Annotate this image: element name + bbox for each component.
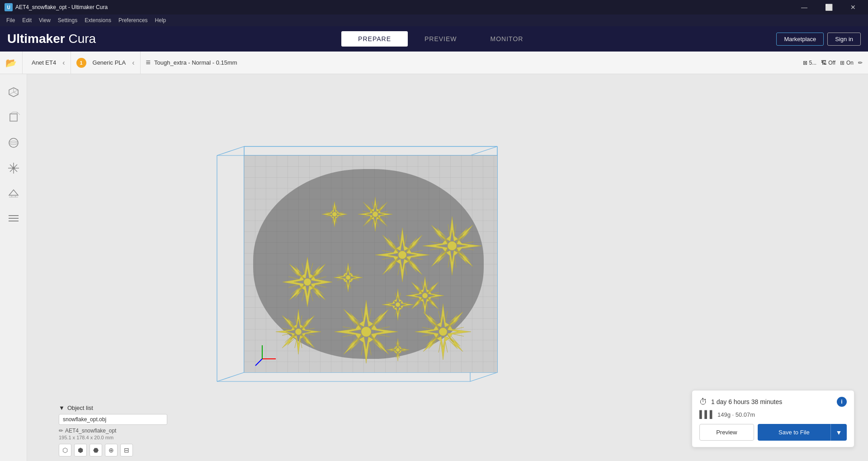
svg-marker-97 (382, 301, 395, 309)
printer-chevron-icon[interactable]: ‹ (62, 59, 65, 67)
marketplace-button[interactable]: Marketplace (776, 33, 824, 46)
logo-text: Ultimaker Cura (7, 32, 96, 46)
infill-setting[interactable]: ⊠ 5... (803, 60, 817, 66)
settings-pen-icon[interactable]: ✏ (858, 60, 863, 66)
svg-marker-104 (411, 282, 423, 293)
tab-monitor[interactable]: MONITOR (474, 31, 540, 47)
main-area: .sf { fill: #d4c84a; stroke: #b8a830; st… (0, 74, 868, 461)
object-file-name: snowflake_opt.obj (59, 414, 167, 425)
svg-marker-32 (406, 249, 429, 261)
svg-marker-44 (431, 225, 448, 243)
menu-settings[interactable]: Settings (54, 16, 81, 24)
close-button[interactable]: ✕ (843, 0, 863, 14)
svg-marker-74 (335, 325, 361, 339)
infill-value: 5... (809, 60, 817, 66)
profile-name: Tough_extra - Normal - 0.15mm (154, 59, 237, 66)
object-action-5[interactable]: ⊟ (120, 444, 133, 456)
object-action-3[interactable]: ⬣ (90, 444, 102, 456)
sidebar-tool-5[interactable] (5, 184, 23, 202)
svg-marker-30 (396, 228, 409, 251)
svg-marker-72 (359, 337, 373, 363)
svg-marker-64 (302, 326, 321, 337)
svg-marker-27 (311, 286, 326, 300)
svg-marker-103 (427, 282, 439, 293)
material-chevron-icon[interactable]: ‹ (132, 59, 134, 67)
object-action-4[interactable]: ⊕ (105, 444, 118, 456)
sidebar (0, 74, 27, 461)
svg-marker-28 (289, 286, 304, 300)
svg-marker-24 (283, 275, 304, 289)
svg-marker-42 (423, 240, 448, 252)
adhesion-setting[interactable]: ⊞ On (840, 60, 854, 66)
svg-marker-57 (377, 202, 387, 212)
svg-marker-81 (437, 336, 449, 360)
svg-marker-43 (456, 225, 473, 243)
material-badge: 1 (76, 58, 86, 68)
tab-prepare[interactable]: PREPARE (341, 31, 408, 47)
svg-marker-62 (293, 309, 304, 328)
svg-marker-85 (423, 312, 439, 329)
toolbar-printer-section: Anet ET4 ‹ (23, 52, 71, 74)
svg-rect-5 (9, 215, 19, 216)
menu-help[interactable]: Help (151, 16, 170, 24)
object-action-2[interactable]: ⬢ (74, 444, 87, 456)
app-icon: U (5, 3, 13, 11)
svg-marker-41 (457, 240, 481, 252)
svg-marker-25 (311, 264, 326, 278)
window-controls: — ⬜ ✕ (794, 0, 863, 14)
print-bed: .sf { fill: #d4c84a; stroke: #b8a830; st… (244, 155, 497, 372)
svg-marker-87 (423, 334, 439, 352)
info-button[interactable]: i (837, 397, 847, 407)
tab-preview[interactable]: PREVIEW (408, 31, 474, 47)
profile-icon: ≡ (146, 58, 151, 67)
maximize-button[interactable]: ⬜ (818, 0, 839, 14)
menubar: File Edit View Settings Extensions Prefe… (0, 14, 868, 26)
sidebar-tool-1[interactable] (5, 83, 23, 101)
svg-marker-68 (301, 334, 315, 348)
menu-view[interactable]: View (35, 16, 54, 24)
svg-marker-36 (406, 258, 422, 275)
sidebar-tool-2[interactable] (5, 108, 23, 127)
save-to-file-button[interactable]: Save to File (758, 424, 830, 441)
svg-marker-69 (282, 334, 296, 348)
minimize-button[interactable]: — (794, 0, 815, 14)
object-dimensions: 195.1 x 178.4 x 20.0 mm (59, 435, 167, 440)
svg-point-79 (361, 327, 371, 337)
svg-marker-65 (276, 326, 295, 337)
svg-marker-48 (331, 202, 338, 212)
svg-marker-89 (344, 263, 352, 275)
svg-point-112 (396, 348, 400, 352)
menu-preferences[interactable]: Preferences (115, 16, 151, 24)
svg-point-98 (396, 302, 400, 307)
sign-in-button[interactable]: Sign in (827, 33, 861, 46)
open-folder-icon[interactable]: 📂 (5, 57, 17, 68)
svg-rect-7 (9, 221, 19, 221)
svg-marker-54 (371, 217, 380, 231)
menu-extensions[interactable]: Extensions (81, 16, 115, 24)
snowflakes-model: .sf { fill: #d4c84a; stroke: #b8a830; st… (244, 155, 497, 372)
svg-marker-84 (447, 312, 463, 329)
svg-marker-83 (415, 325, 439, 338)
preview-button[interactable]: Preview (699, 424, 754, 441)
print-info-panel: ⏱ 1 day 6 hours 38 minutes i ▌▌▌ 149g · … (692, 390, 854, 447)
viewport[interactable]: .sf { fill: #d4c84a; stroke: #b8a830; st… (27, 74, 868, 461)
svg-point-93 (346, 275, 350, 280)
sidebar-tool-6[interactable] (5, 210, 23, 228)
menu-file[interactable]: File (3, 16, 19, 24)
logo: Ultimaker Cura (7, 32, 96, 46)
svg-marker-35 (382, 235, 399, 252)
object-action-1[interactable]: ⬡ (59, 444, 71, 456)
svg-point-29 (304, 278, 311, 286)
print-time-left: ⏱ 1 day 6 hours 38 minutes (699, 397, 782, 407)
svg-marker-109 (395, 352, 401, 361)
svg-marker-33 (375, 249, 398, 261)
svg-marker-60 (363, 216, 373, 226)
sidebar-tool-3[interactable] (5, 134, 23, 152)
support-setting[interactable]: 🏗 Off (821, 60, 835, 66)
sidebar-tool-4[interactable] (5, 159, 23, 177)
object-list-toggle[interactable]: ▼ Object list (59, 405, 167, 411)
save-dropdown-button[interactable]: ▼ (830, 424, 847, 441)
svg-marker-55 (378, 210, 392, 219)
menu-edit[interactable]: Edit (19, 16, 35, 24)
svg-marker-63 (293, 335, 304, 354)
